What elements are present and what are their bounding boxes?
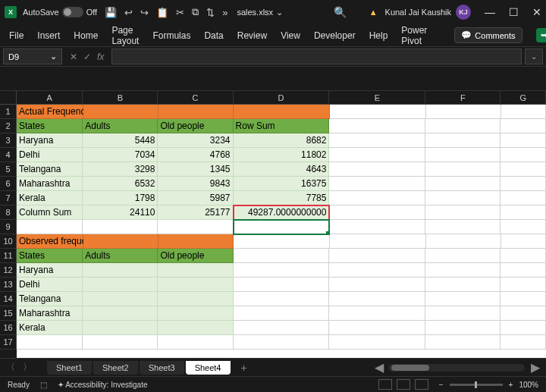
cell[interactable] (17, 335, 83, 350)
cell[interactable]: States (17, 249, 83, 263)
cell[interactable]: 5987 (158, 191, 233, 205)
cell[interactable] (500, 205, 546, 220)
cell[interactable]: Telangana (17, 162, 83, 177)
cell[interactable]: Old people (158, 249, 233, 263)
cell[interactable] (329, 162, 425, 177)
cell[interactable]: Observed frequencies of liking Ice cream (17, 234, 83, 249)
select-all-corner[interactable] (0, 91, 17, 105)
cell[interactable] (158, 321, 233, 335)
prev-sheet-icon[interactable]: 〈 (6, 361, 15, 374)
cell[interactable]: 7785 (234, 191, 330, 205)
scroll-right-icon[interactable]: ▶ (531, 360, 540, 375)
save-icon[interactable]: 💾 (105, 7, 117, 18)
add-sheet-icon[interactable]: + (241, 362, 247, 374)
row-header[interactable]: 13 (0, 278, 17, 292)
cell[interactable]: 8682 (234, 133, 330, 148)
cell[interactable] (425, 335, 500, 350)
cell[interactable] (330, 105, 426, 119)
tab-formulas[interactable]: Formulas (152, 27, 190, 44)
expand-formula-icon[interactable]: ⌄ (525, 49, 543, 64)
sheet-tab[interactable]: Sheet3 (140, 361, 184, 375)
row-header[interactable]: 10 (0, 234, 17, 249)
cell[interactable]: 7034 (83, 148, 158, 162)
row-header[interactable]: 16 (0, 321, 17, 335)
zoom-slider[interactable] (450, 384, 503, 386)
cell[interactable]: Maharashtra (17, 177, 83, 191)
row-header[interactable]: 6 (0, 177, 17, 191)
name-box[interactable]: D9 ⌄ (3, 49, 62, 64)
normal-view-icon[interactable] (378, 379, 392, 390)
cell[interactable] (83, 220, 158, 234)
cell[interactable] (329, 220, 425, 234)
cell[interactable] (425, 148, 500, 162)
row-header[interactable]: 11 (0, 249, 17, 263)
cell[interactable]: 4768 (158, 148, 233, 162)
cell[interactable]: 4643 (234, 162, 330, 177)
cell[interactable] (234, 105, 330, 119)
page-break-view-icon[interactable] (415, 379, 428, 390)
cell[interactable]: Maharashtra (17, 306, 83, 321)
cell[interactable] (17, 220, 83, 234)
toggle-icon[interactable] (62, 7, 83, 17)
zoom-in-icon[interactable]: + (509, 381, 513, 389)
tab-review[interactable]: Review (237, 27, 267, 44)
cell[interactable] (500, 119, 546, 133)
cell[interactable] (329, 133, 425, 148)
cell[interactable] (425, 162, 500, 177)
cell[interactable] (83, 278, 158, 292)
cell[interactable] (158, 220, 233, 234)
cell[interactable] (500, 220, 546, 234)
row-header[interactable]: 14 (0, 292, 17, 306)
cell[interactable] (329, 321, 425, 335)
cell[interactable] (329, 306, 425, 321)
tab-file[interactable]: File (9, 27, 24, 44)
filename[interactable]: sales.xlsx ⌄ (237, 8, 283, 17)
cell[interactable]: 1798 (83, 191, 158, 205)
macro-record-icon[interactable]: ⬚ (40, 381, 47, 389)
cell[interactable] (329, 148, 425, 162)
cell[interactable] (234, 234, 330, 249)
tab-insert[interactable]: Insert (37, 27, 60, 44)
cell[interactable] (234, 278, 330, 292)
cell[interactable] (329, 278, 425, 292)
cell[interactable] (425, 321, 500, 335)
cell[interactable] (426, 105, 501, 119)
cell[interactable] (158, 263, 233, 278)
autosave-toggle[interactable]: AutoSave Off (23, 7, 97, 17)
cell[interactable] (329, 292, 425, 306)
sheet-tab-active[interactable]: Sheet4 (186, 361, 231, 375)
cell[interactable]: Haryana (17, 263, 83, 278)
tab-help[interactable]: Help (369, 27, 388, 44)
cell[interactable] (500, 263, 546, 278)
cell-d9-active[interactable] (234, 220, 330, 234)
tab-power-pivot[interactable]: Power Pivot (401, 22, 427, 49)
cell[interactable]: Haryana (17, 133, 83, 148)
cell[interactable]: 11802 (234, 148, 330, 162)
row-header[interactable]: 15 (0, 306, 17, 321)
cell[interactable]: 25177 (158, 205, 233, 220)
col-header[interactable]: A (17, 91, 83, 105)
search-icon[interactable]: 🔍 (334, 6, 347, 18)
cell[interactable]: Adults (83, 119, 158, 133)
cell[interactable] (425, 133, 500, 148)
row-header[interactable]: 5 (0, 162, 17, 177)
scroll-left-icon[interactable]: ◀ (375, 360, 384, 375)
cell[interactable] (500, 335, 546, 350)
cell[interactable] (425, 292, 500, 306)
col-header[interactable]: F (425, 91, 500, 105)
tab-page-layout[interactable]: Page Layout (111, 22, 139, 49)
cell[interactable] (158, 306, 233, 321)
cell[interactable] (500, 292, 546, 306)
col-header[interactable]: E (329, 91, 425, 105)
cell[interactable] (425, 220, 500, 234)
cell[interactable] (425, 278, 500, 292)
cell[interactable] (83, 306, 158, 321)
user-account[interactable]: ▲ Kunal Jai Kaushik KJ (369, 5, 471, 20)
cell[interactable] (500, 306, 546, 321)
tab-view[interactable]: View (281, 27, 300, 44)
cell[interactable] (329, 263, 425, 278)
cell[interactable]: Telangana (17, 292, 83, 306)
maximize-icon[interactable]: ☐ (509, 6, 519, 18)
cell[interactable]: Row Sum (234, 119, 330, 133)
sheet-tab[interactable]: Sheet2 (93, 361, 138, 375)
